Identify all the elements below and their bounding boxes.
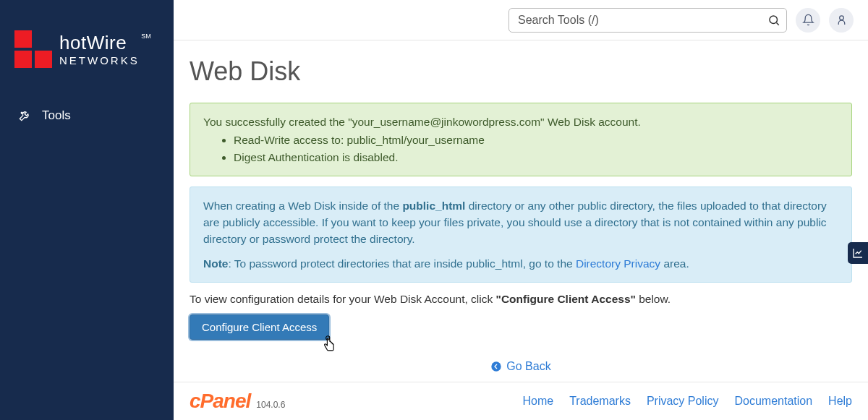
sidebar-item-tools[interactable]: Tools xyxy=(0,101,174,130)
footer-link-home[interactable]: Home xyxy=(522,395,553,408)
bell-icon xyxy=(802,14,814,26)
svg-point-1 xyxy=(770,16,778,24)
sidebar-nav: Tools xyxy=(0,88,174,143)
brand-logo: hotWireSM NETWORKS xyxy=(0,0,174,88)
brand-mark-icon xyxy=(14,30,52,68)
svg-point-4 xyxy=(492,361,501,371)
cursor-hand-icon xyxy=(319,335,339,355)
info-note: Note: To password protect directories th… xyxy=(203,255,838,272)
stats-tab-button[interactable] xyxy=(848,242,868,264)
footer-link-privacy[interactable]: Privacy Policy xyxy=(647,395,719,408)
chart-icon xyxy=(852,247,864,259)
footer-link-help[interactable]: Help xyxy=(828,395,852,408)
footer-links: Home Trademarks Privacy Policy Documenta… xyxy=(522,395,852,408)
info-alert: When creating a Web Disk inside of the p… xyxy=(190,187,852,283)
success-bullet: Digest Authentication is disabled. xyxy=(234,149,838,166)
svg-point-2 xyxy=(839,16,843,20)
view-instruction: To view configuration details for your W… xyxy=(190,293,852,306)
footer-link-documentation[interactable]: Documentation xyxy=(734,395,812,408)
brand-name: hotWireSM xyxy=(59,33,140,52)
go-back-wrap: Go Back xyxy=(190,360,852,374)
configure-client-access-button[interactable]: Configure Client Access xyxy=(190,314,329,340)
search-button[interactable] xyxy=(765,12,783,29)
directory-privacy-link[interactable]: Directory Privacy xyxy=(576,257,660,270)
success-bullet: Read-Write access to: public_html/your_u… xyxy=(234,132,838,148)
search-icon xyxy=(767,14,780,27)
brand-subtitle: NETWORKS xyxy=(59,55,140,66)
topbar xyxy=(174,0,868,40)
info-paragraph: When creating a Web Disk inside of the p… xyxy=(203,197,838,248)
cpanel-logo: cPanel 104.0.6 xyxy=(190,390,285,413)
page-title: Web Disk xyxy=(190,56,852,87)
arrow-left-circle-icon xyxy=(490,361,502,372)
content: Web Disk You successfully created the "y… xyxy=(174,40,868,382)
user-menu-button[interactable] xyxy=(829,8,854,33)
main: Web Disk You successfully created the "y… xyxy=(174,0,868,420)
success-alert: You successfully created the "your_usern… xyxy=(190,103,852,176)
tools-icon xyxy=(17,108,32,123)
search-input[interactable] xyxy=(509,8,787,33)
sidebar: hotWireSM NETWORKS Tools xyxy=(0,0,174,420)
notifications-button[interactable] xyxy=(796,8,820,33)
user-icon xyxy=(835,14,848,26)
success-message: You successfully created the "your_usern… xyxy=(203,116,641,128)
footer: cPanel 104.0.6 Home Trademarks Privacy P… xyxy=(174,382,868,420)
sidebar-item-label: Tools xyxy=(42,108,71,123)
footer-link-trademarks[interactable]: Trademarks xyxy=(569,395,631,408)
search-wrap xyxy=(509,8,787,33)
go-back-link[interactable]: Go Back xyxy=(490,360,550,373)
